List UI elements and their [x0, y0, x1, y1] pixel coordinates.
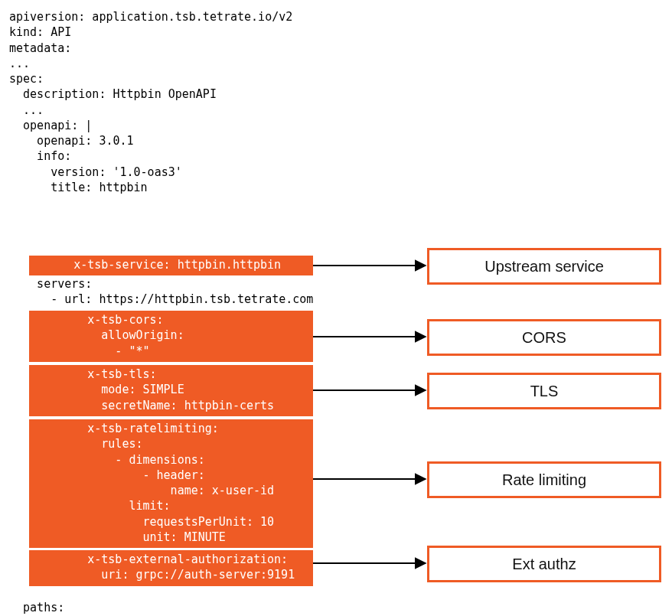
- label-cors-text: CORS: [522, 329, 566, 346]
- extauth-block: x-tsb-external-authorization: uri: grpc:…: [29, 550, 313, 586]
- ratelimit-block-text: x-tsb-ratelimiting: rules: - dimensions:…: [32, 421, 310, 545]
- yaml-servers: servers: - url: https://httpbin.tsb.tetr…: [9, 276, 313, 308]
- label-tls: TLS: [427, 373, 661, 409]
- cors-block-text: x-tsb-cors: allowOrigin: - "*": [32, 312, 310, 359]
- yaml-tail-text: paths: /get: ...: [9, 585, 71, 616]
- label-ext-authz-text: Ext authz: [512, 556, 576, 572]
- label-tls-text: TLS: [530, 383, 559, 399]
- label-upstream-service-text: Upstream service: [484, 258, 604, 275]
- tls-block: x-tsb-tls: mode: SIMPLE secretName: http…: [29, 365, 313, 416]
- label-cors: CORS: [427, 319, 661, 356]
- label-upstream-service: Upstream service: [427, 248, 661, 285]
- label-ext-authz: Ext authz: [427, 546, 661, 582]
- cors-block: x-tsb-cors: allowOrigin: - "*": [29, 311, 313, 362]
- yaml-tail: paths: /get: ...: [9, 585, 71, 616]
- label-rate-limiting-text: Rate limiting: [502, 471, 586, 488]
- service-block: x-tsb-service: httpbin.httpbin: [29, 256, 313, 275]
- ratelimit-block: x-tsb-ratelimiting: rules: - dimensions:…: [29, 419, 313, 548]
- tls-block-text: x-tsb-tls: mode: SIMPLE secretName: http…: [32, 367, 310, 413]
- yaml-annotated-diagram: apiversion: application.tsb.tetrate.io/v…: [9, 9, 663, 607]
- service-block-text: x-tsb-service: httpbin.httpbin: [32, 257, 310, 272]
- yaml-head-text: apiversion: application.tsb.tetrate.io/v…: [9, 9, 292, 195]
- yaml-head: apiversion: application.tsb.tetrate.io/v…: [9, 9, 292, 195]
- extauth-block-text: x-tsb-external-authorization: uri: grpc:…: [32, 552, 310, 583]
- label-rate-limiting: Rate limiting: [427, 461, 661, 498]
- yaml-servers-text: servers: - url: https://httpbin.tsb.tetr…: [9, 276, 313, 308]
